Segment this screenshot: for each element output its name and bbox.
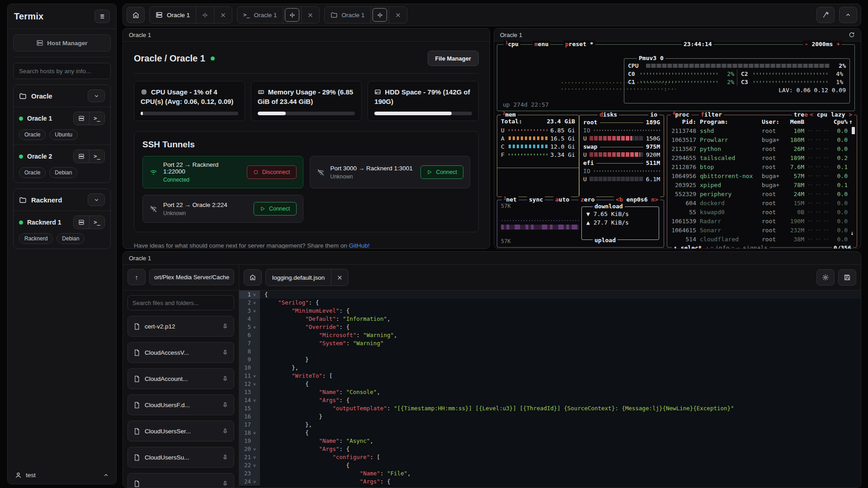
path-input[interactable]: [149, 269, 234, 285]
proc-row[interactable]: 2113567 python root 26M ·· ·· ·· 0.0: [670, 144, 854, 153]
pin-icon[interactable]: [222, 349, 228, 356]
group-header-oracle[interactable]: Oracle: [14, 85, 110, 107]
group-collapse-button[interactable]: [88, 193, 105, 206]
fold-chevron-icon[interactable]: v: [251, 291, 258, 299]
proc-row[interactable]: 604 dockerd root 15M ·· ·· ·· 0.0: [670, 198, 854, 207]
fold-chevron-icon[interactable]: v: [251, 380, 258, 388]
fold-chevron-icon[interactable]: v: [251, 453, 258, 461]
save-file-button[interactable]: [838, 269, 856, 286]
host-item-oracle2[interactable]: Oracle 2 >_ OracleDebian: [14, 145, 110, 183]
refresh-icon[interactable]: [849, 32, 855, 38]
file-item[interactable]: CloudAccessV...: [127, 342, 234, 363]
pin-icon[interactable]: [222, 480, 228, 487]
proc-row[interactable]: 203925 xpiped buga+ 78M ·· ·· ·· 0.1: [670, 180, 854, 189]
file-search-input[interactable]: [127, 295, 234, 310]
tab-split-button[interactable]: [283, 7, 301, 23]
fold-chevron-icon[interactable]: v: [251, 323, 258, 331]
tab-terminal-oracle1[interactable]: >_ Oracle 1: [237, 7, 283, 23]
fold-chevron-icon[interactable]: v: [251, 445, 258, 453]
hdd-progress-bar: [374, 112, 472, 115]
proc-row[interactable]: 1063517 Prowlarr buga+ 180M ·· ·· ·· 0.0: [670, 135, 854, 144]
code-editor[interactable]: 1v{2v "Serilog": {3v "MinimumLevel": {4 …: [239, 291, 861, 488]
host-stats-button[interactable]: [74, 112, 89, 125]
host-terminal-button[interactable]: >_: [89, 150, 104, 163]
file-item[interactable]: CloudUsersSu...: [127, 447, 234, 468]
group-header-racknerd[interactable]: Racknerd: [14, 189, 110, 211]
host-item-racknerd1[interactable]: Racknerd 1 >_ RacknerdDebian: [14, 211, 110, 249]
proc-row[interactable]: 552329 periphery root 24M ·· ·· ·· 0.0: [670, 189, 854, 198]
host-terminal-button[interactable]: >_: [89, 112, 104, 125]
file-item[interactable]: cert-v2.p12: [127, 316, 234, 337]
tools-button[interactable]: [816, 7, 835, 23]
pin-icon[interactable]: [222, 428, 228, 434]
tab-close-button[interactable]: [301, 7, 319, 23]
tunnel-action-label: Connect: [269, 206, 290, 212]
editor-settings-button[interactable]: [816, 269, 835, 286]
proc-row[interactable]: 55 kswapd0 root 0B ·· ·· ·· 0.0: [670, 207, 854, 216]
tab-split-button[interactable]: [196, 7, 214, 23]
fold-chevron-icon[interactable]: v: [251, 429, 258, 437]
github-link[interactable]: GitHub!: [349, 242, 370, 249]
host-search-input[interactable]: [13, 63, 111, 79]
tab-server-oracle1[interactable]: Oracle 1: [150, 7, 196, 23]
host-terminal-button[interactable]: >_: [89, 216, 104, 229]
proc-scrollbar[interactable]: [852, 127, 855, 134]
tunnel-action-button[interactable]: Connect: [254, 202, 297, 216]
host-item-oracle1[interactable]: Oracle 1 >_ OracleUbuntu: [14, 107, 110, 145]
btop-terminal[interactable]: 1cpu menu preset * 23:44:14 - 2000ms + ·…: [494, 42, 861, 249]
file-manager-button[interactable]: File Manager: [428, 51, 479, 66]
host-stats-button[interactable]: [74, 216, 89, 229]
tunnel-action-button[interactable]: Disconnect: [247, 165, 297, 179]
fold-chevron-icon[interactable]: v: [251, 396, 258, 404]
pin-icon[interactable]: [222, 375, 228, 382]
proc-row[interactable]: 2113748 sshd root 10M ·· ·· ·· 0.0: [670, 126, 854, 135]
group-collapse-button[interactable]: [88, 89, 105, 102]
file-item[interactable]: [127, 473, 234, 488]
stat-label: Memory Usage - 29% (6.85 GiB of 23.44 Gi…: [258, 88, 353, 105]
tab-close-button[interactable]: [389, 7, 407, 23]
fold-chevron-icon[interactable]: v: [251, 299, 258, 307]
home-button[interactable]: [127, 7, 145, 23]
fold-chevron-icon[interactable]: v: [251, 307, 258, 315]
pin-icon[interactable]: [222, 323, 228, 329]
file-tab-close-button[interactable]: [331, 269, 348, 286]
collapse-tabbar-button[interactable]: [839, 7, 857, 23]
home-directory-button[interactable]: [244, 269, 262, 286]
sidebar-menu-button[interactable]: ≡: [94, 9, 110, 23]
file-icon: [133, 375, 140, 382]
file-item[interactable]: CloudUsersF.d...: [127, 394, 234, 415]
code-line: 23 "Name": "File",: [239, 469, 861, 478]
proc-row[interactable]: 1064615 Sonarr root 232M ·· ·· ·· 0.0: [670, 225, 854, 235]
tab-files-oracle1[interactable]: Oracle 1: [325, 7, 371, 23]
proc-row[interactable]: 2294655 tailscaled root 189M ·· ·· ·· 0.…: [670, 153, 854, 162]
proc-row[interactable]: 514 cloudflared root 38M ·· ·· ·· 0.0: [670, 235, 854, 244]
tunnel-action-button[interactable]: Connect: [420, 165, 463, 179]
host-stats-button[interactable]: [74, 150, 89, 163]
close-icon: [395, 12, 401, 18]
file-name: CloudUsersF.d...: [145, 402, 217, 408]
ssh-tunnels-section: SSH Tunnels Port 22 → Racknerd 1:22000 C…: [134, 131, 479, 232]
hdd-space-card: HDD Space - 79% (142G of 190G): [368, 81, 479, 121]
fold-chevron-icon[interactable]: v: [251, 372, 258, 380]
terminal-icon: >_: [94, 219, 100, 225]
proc-row[interactable]: 1064956 qbittorrent-nox buga+ 57M ·· ·· …: [670, 171, 854, 180]
fold-chevron-icon[interactable]: v: [251, 478, 258, 486]
file-item[interactable]: CloudUsersSer...: [127, 421, 234, 441]
open-file-tab[interactable]: logging.default.json: [265, 269, 349, 286]
proc-table[interactable]: 2113748 sshd root 10M ·· ·· ·· 0.0: [670, 126, 854, 244]
main-area: Oracle 1 >_ Oracle 1 Oracle 1: [123, 4, 861, 488]
host-manager-button[interactable]: Host Manager: [13, 34, 111, 52]
panel-header: Oracle 1: [123, 28, 490, 42]
file-item[interactable]: CloudAccount...: [127, 368, 234, 389]
tab-split-button[interactable]: [371, 7, 389, 23]
code-line: 20v "Args": {: [239, 445, 861, 453]
proc-row[interactable]: 2112876 btop root 7.6M ·· ·· ·· 0.1: [670, 162, 854, 171]
parent-directory-button[interactable]: ↑: [127, 269, 146, 285]
pin-icon[interactable]: [222, 402, 228, 408]
proc-row[interactable]: 1061539 Radarr root 190M ·· ·· ·· 0.0: [670, 216, 854, 225]
fold-chevron-icon[interactable]: v: [251, 461, 258, 469]
user-menu[interactable]: test: [8, 466, 116, 484]
pin-icon[interactable]: [222, 454, 228, 460]
host-name: Racknerd 1: [27, 219, 69, 226]
tab-close-button[interactable]: [214, 7, 232, 23]
